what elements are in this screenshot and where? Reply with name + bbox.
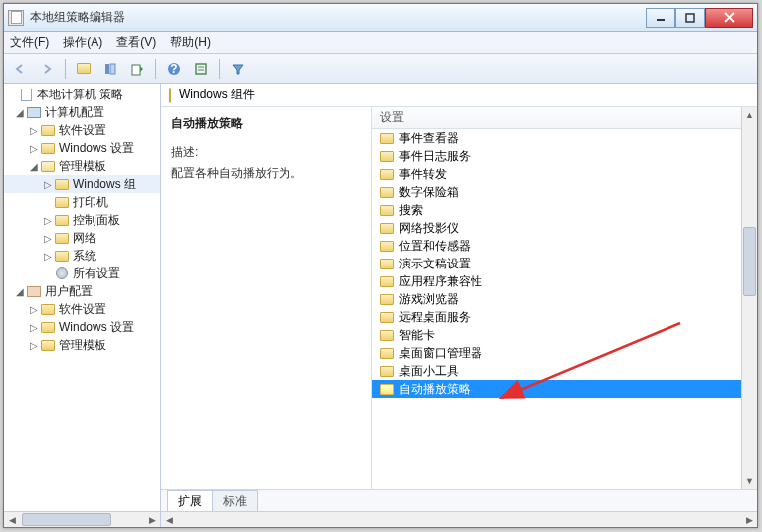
tree-c-admin-all[interactable]: 所有设置 [4, 265, 160, 282]
folder-icon [380, 259, 394, 269]
list-item-label: 搜索 [399, 202, 423, 219]
svg-rect-5 [110, 64, 115, 74]
folder-icon [380, 241, 394, 252]
menu-view[interactable]: 查看(V) [116, 34, 156, 51]
list-item[interactable]: 网络投影仪 [372, 219, 757, 237]
tree-pane: 本地计算机 策略 ◢计算机配置 ▷软件设置 ▷Windows 设置 ◢管理模板 … [4, 84, 161, 527]
tree-u-admin[interactable]: ▷管理模板 [4, 336, 160, 354]
list-item-label: 远程桌面服务 [399, 309, 471, 326]
scroll-thumb[interactable] [22, 513, 111, 526]
list-item[interactable]: 事件转发 [372, 165, 757, 183]
tree-c-admin-network[interactable]: ▷网络 [4, 229, 160, 247]
list-pane: 设置 事件查看器事件日志服务事件转发数字保险箱搜索网络投影仪位置和传感器演示文稿… [372, 107, 757, 489]
scroll-thumb[interactable] [743, 227, 756, 296]
folder-icon [380, 366, 394, 377]
list-vscroll[interactable]: ▲ ▼ [741, 107, 757, 489]
tree-root[interactable]: 本地计算机 策略 [4, 86, 160, 103]
folder-icon [380, 384, 394, 395]
folder-icon [380, 223, 394, 234]
tree-c-admin-windows[interactable]: ▷Windows 组 [4, 175, 160, 193]
list-item[interactable]: 应用程序兼容性 [372, 272, 757, 290]
tree-inner: 本地计算机 策略 ◢计算机配置 ▷软件设置 ▷Windows 设置 ◢管理模板 … [4, 84, 160, 511]
scroll-right-icon[interactable]: ▶ [144, 512, 160, 528]
list-item-label: 智能卡 [399, 327, 435, 344]
list-item[interactable]: 智能卡 [372, 326, 757, 344]
titlebar: 本地组策略编辑器 [4, 4, 757, 32]
svg-rect-9 [196, 64, 206, 74]
list-body: 事件查看器事件日志服务事件转发数字保险箱搜索网络投影仪位置和传感器演示文稿设置应… [372, 129, 757, 489]
scroll-down-icon[interactable]: ▼ [742, 473, 757, 489]
list-item[interactable]: 桌面窗口管理器 [372, 344, 757, 362]
list-column-header[interactable]: 设置 [372, 107, 757, 129]
list-item[interactable]: 游戏浏览器 [372, 290, 757, 308]
folder-icon [40, 302, 56, 316]
filter-button[interactable] [226, 57, 250, 81]
toolbar-sep-2 [155, 59, 156, 79]
tree-c-admin[interactable]: ◢管理模板 [4, 157, 160, 175]
list-item-label: 演示文稿设置 [399, 256, 471, 272]
scroll-left-icon[interactable]: ◀ [161, 512, 177, 528]
list-item[interactable]: 演示文稿设置 [372, 255, 757, 272]
folder-icon [380, 294, 394, 305]
close-button[interactable] [705, 8, 753, 28]
list-item[interactable]: 桌面小工具 [372, 362, 757, 380]
maximize-button[interactable] [675, 8, 705, 28]
up-button[interactable] [72, 57, 95, 81]
tree-u-software[interactable]: ▷软件设置 [4, 300, 160, 318]
folder-icon [169, 89, 173, 102]
tree-computer-config[interactable]: ◢计算机配置 [4, 103, 160, 121]
folder-icon [54, 195, 70, 209]
show-hide-tree-button[interactable] [98, 57, 122, 81]
folder-icon [40, 320, 56, 334]
menubar: 文件(F) 操作(A) 查看(V) 帮助(H) [4, 32, 757, 54]
list-item[interactable]: 事件日志服务 [372, 147, 757, 165]
folder-icon [380, 348, 394, 359]
tree-hscroll[interactable]: ◀ ▶ [4, 511, 160, 527]
list-item[interactable]: 数字保险箱 [372, 183, 757, 201]
help-button[interactable]: ? [162, 57, 186, 81]
folder-icon [380, 330, 394, 341]
list-item[interactable]: 搜索 [372, 201, 757, 219]
scroll-up-icon[interactable]: ▲ [742, 107, 757, 123]
folder-icon [380, 312, 394, 323]
menu-help[interactable]: 帮助(H) [170, 34, 211, 51]
body: 本地计算机 策略 ◢计算机配置 ▷软件设置 ▷Windows 设置 ◢管理模板 … [4, 84, 757, 527]
tab-standard[interactable]: 标准 [212, 490, 258, 512]
tree-u-windows[interactable]: ▷Windows 设置 [4, 318, 160, 336]
tabs: 扩展 标准 [161, 489, 757, 511]
export-list-button[interactable] [125, 57, 149, 81]
folder-icon [380, 133, 394, 144]
scroll-right-icon[interactable]: ▶ [741, 512, 757, 528]
list-item[interactable]: 自动播放策略 [372, 380, 757, 398]
folder-icon [54, 213, 70, 227]
gpedit-window: 本地组策略编辑器 文件(F) 操作(A) 查看(V) 帮助(H) ? 本地计算机… [3, 3, 758, 528]
content-pane: Windows 组件 自动播放策略 描述: 配置各种自动播放行为。 设置 事件查… [161, 84, 757, 527]
folder-icon [54, 249, 70, 263]
properties-button[interactable] [189, 57, 213, 81]
folder-icon [40, 141, 56, 155]
folder-icon [380, 276, 394, 287]
folder-icon [380, 187, 394, 198]
tree-c-software[interactable]: ▷软件设置 [4, 121, 160, 139]
user-icon [26, 284, 42, 298]
tab-extended[interactable]: 扩展 [167, 490, 213, 512]
tree-c-admin-system[interactable]: ▷系统 [4, 247, 160, 265]
list-item[interactable]: 远程桌面服务 [372, 308, 757, 326]
list-item[interactable]: 事件查看器 [372, 129, 757, 147]
window-title: 本地组策略编辑器 [30, 9, 646, 26]
toolbar-sep-3 [219, 59, 220, 79]
forward-button[interactable] [35, 57, 59, 81]
minimize-button[interactable] [646, 8, 675, 28]
list-item[interactable]: 位置和传感器 [372, 237, 757, 255]
tree-user-config[interactable]: ◢用户配置 [4, 282, 160, 300]
menu-action[interactable]: 操作(A) [63, 34, 102, 51]
toolbar: ? [4, 54, 757, 84]
tree-c-windows[interactable]: ▷Windows 设置 [4, 139, 160, 157]
tree-c-admin-printer[interactable]: 打印机 [4, 193, 160, 211]
content-hscroll[interactable]: ◀ ▶ [161, 511, 757, 527]
list-item-label: 游戏浏览器 [399, 291, 459, 308]
back-button[interactable] [8, 57, 32, 81]
scroll-left-icon[interactable]: ◀ [4, 512, 20, 528]
tree-c-admin-control[interactable]: ▷控制面板 [4, 211, 160, 229]
menu-file[interactable]: 文件(F) [10, 34, 49, 51]
